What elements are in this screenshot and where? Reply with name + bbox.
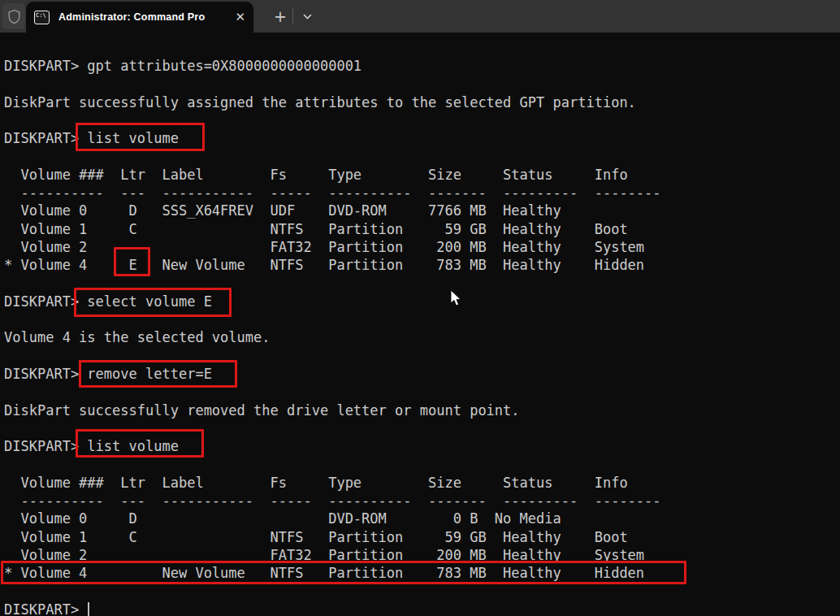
chevron-down-icon [303,14,312,20]
volume-table-separator-2: ---------- --- ----------- ----- -------… [4,492,840,510]
table-row-volume-0: Volume 0 D SSS_X64FREV UDF DVD-ROM 7766 … [4,202,840,219]
blank-line [4,111,840,129]
volume-table-header: Volume ### Ltr Label Fs Type Size Status… [4,166,840,184]
command-line-select-volume: DISKPART> select volume E [4,293,840,310]
admin-shield-button [2,3,25,29]
output-line-letter-removed: DiskPart successfully removed the drive … [4,401,840,419]
command-line-gpt-attributes: DISKPART> gpt attributes=0X8000000000000… [4,57,840,75]
blank-line [4,275,840,293]
table-row-volume-2-after: Volume 2 FAT32 Partition 200 MB Healthy … [4,546,840,564]
command-line-list-volume-1: DISKPART> list volume [4,129,840,147]
volume-table-separator: ---------- --- ----------- ----- -------… [4,184,840,202]
output-line-volume-selected: Volume 4 is the selected volume. [4,328,840,346]
cmd-icon: C:\ [34,11,50,24]
table-row-volume-0-after: Volume 0 D DVD-ROM 0 B No Media [4,510,840,527]
table-row-volume-2: Volume 2 FAT32 Partition 200 MB Healthy … [4,238,840,256]
new-tab-button[interactable]: + [270,7,291,28]
cmd-icon-text: C:\ [35,11,46,19]
tab-separator [292,8,293,24]
prompt-text: DISKPART> [4,601,87,616]
command-line-remove-letter: DISKPART> remove letter=E [4,365,840,383]
blank-line [4,347,840,365]
blank-line [4,383,840,401]
table-row-volume-1-after: Volume 1 C NTFS Partition 59 GB Healthy … [4,528,840,546]
volume-table-header-2: Volume ### Ltr Label Fs Type Size Status… [4,474,840,492]
close-icon[interactable]: ✕ [235,11,245,24]
tab-bar: C:\ Administrator: Command Pro ✕ + [0,0,840,33]
tab-administrator-command-prompt[interactable]: C:\ Administrator: Command Pro ✕ [26,2,253,33]
blank-line [4,75,840,93]
blank-line [4,419,840,437]
blank-line [4,310,840,328]
shield-icon [7,9,21,24]
tab-title: Administrator: Command Pro [58,11,228,23]
prompt-line: DISKPART> [4,601,840,616]
table-row-volume-4-after: * Volume 4 New Volume NTFS Partition 783… [4,564,840,582]
blank-line [4,147,840,165]
blank-line [4,583,840,601]
text-cursor [88,602,89,616]
table-row-volume-1: Volume 1 C NTFS Partition 59 GB Healthy … [4,220,840,238]
table-row-volume-4: * Volume 4 E New Volume NTFS Partition 7… [4,256,840,274]
blank-line [4,456,840,474]
tab-dropdown-button[interactable] [297,8,317,24]
output-line-attributes-assigned: DiskPart successfully assigned the attri… [4,93,840,111]
command-line-list-volume-2: DISKPART> list volume [4,437,840,455]
terminal-viewport[interactable]: DISKPART> gpt attributes=0X8000000000000… [0,33,840,616]
